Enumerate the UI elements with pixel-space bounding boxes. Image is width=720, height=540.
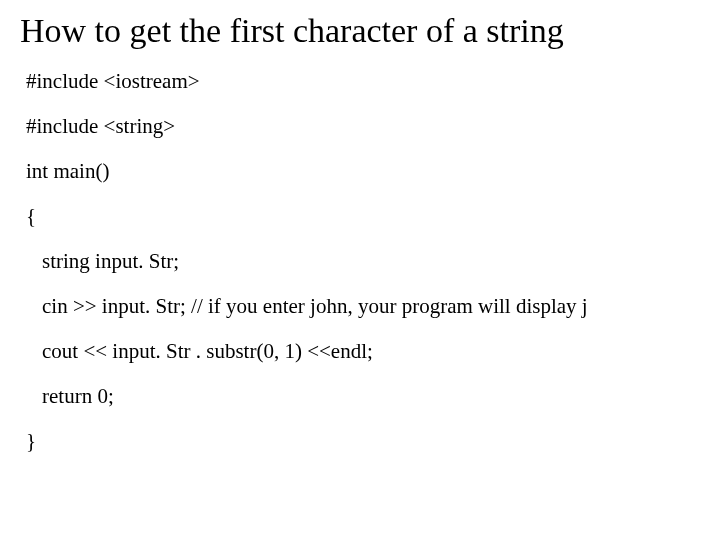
code-line-return: return 0; xyxy=(20,384,700,409)
code-line-include-iostream: #include <iostream> xyxy=(20,69,700,94)
code-line-cin: cin >> input. Str; // if you enter john,… xyxy=(20,294,700,319)
code-line-close-brace: } xyxy=(20,429,700,454)
code-line-declare: string input. Str; xyxy=(20,249,700,274)
code-line-open-brace: { xyxy=(20,204,700,229)
slide: How to get the first character of a stri… xyxy=(0,0,720,454)
slide-title: How to get the first character of a stri… xyxy=(20,12,700,49)
code-line-main: int main() xyxy=(20,159,700,184)
code-line-cout: cout << input. Str . substr(0, 1) <<endl… xyxy=(20,339,700,364)
code-line-include-string: #include <string> xyxy=(20,114,700,139)
